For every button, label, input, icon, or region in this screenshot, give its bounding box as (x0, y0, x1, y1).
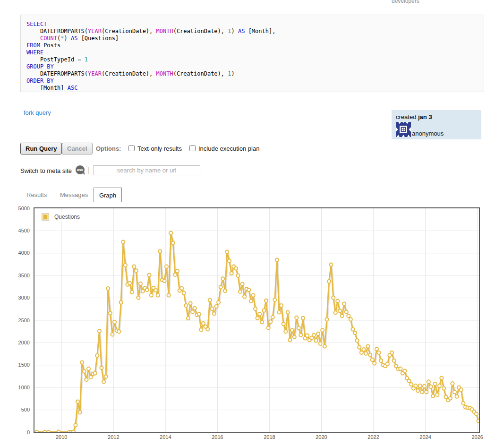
created-label: created (396, 113, 416, 120)
chart-x-axis-labels: 201020122014201620182020202220242026 (34, 434, 479, 441)
x-tick-label: 2016 (205, 434, 229, 440)
separator-pipe: | (88, 166, 90, 174)
sql-code-line: [Month] ASC (26, 85, 478, 92)
y-tick-label: 3500 (15, 273, 30, 279)
header-cutoff-text: developers (392, 0, 419, 4)
chart-legend: Questions (40, 212, 85, 222)
y-tick-label: 3000 (15, 295, 30, 301)
ask-site-icon[interactable]: ask (76, 165, 85, 174)
options-label: Options: (96, 145, 121, 152)
tabs-divider (17, 202, 487, 202)
y-tick-label: 2500 (15, 317, 30, 324)
sql-code-line: WHERE (26, 49, 478, 56)
tab-results[interactable]: Results (26, 191, 47, 198)
sql-code-line: DATEFROMPARTS(YEAR(CreationDate), MONTH(… (26, 70, 478, 77)
switch-to-meta-label: Switch to meta site (20, 167, 72, 174)
author-name: anonymous (412, 130, 444, 137)
created-line: created jan 3 (396, 113, 477, 120)
x-tick-label: 2012 (102, 434, 125, 440)
data-explorer-page: { "site_header": { "cutoff_text": "devel… (0, 0, 504, 446)
site-search-input[interactable] (93, 165, 200, 175)
questions-line-chart[interactable]: Questions (34, 207, 480, 433)
x-tick-label: 2014 (154, 434, 177, 440)
x-tick-label: 2026 (466, 434, 489, 440)
y-tick-label: 500 (15, 407, 30, 413)
y-tick-label: 4500 (15, 228, 30, 234)
user-line: anonymous (396, 122, 477, 137)
x-tick-label: 2020 (310, 434, 333, 440)
y-tick-label: 5000 (15, 206, 30, 212)
tab-graph[interactable]: Graph (94, 188, 122, 202)
y-tick-label: 2000 (15, 340, 30, 346)
sql-code-line: PostTypeId = 1 (26, 56, 478, 63)
x-tick-label: 2024 (414, 434, 437, 440)
y-tick-label: 0 (15, 429, 30, 436)
fork-query-link[interactable]: fork query (24, 109, 51, 116)
x-tick-label: 2022 (362, 434, 385, 440)
created-date: jan 3 (418, 113, 432, 120)
sql-code-line: FROM Posts (26, 42, 478, 49)
include-execution-plan-checkbox[interactable] (189, 145, 196, 151)
sql-code-line: ORDER BY (26, 77, 478, 85)
y-tick-label: 1500 (15, 362, 30, 368)
sql-editor[interactable]: SELECT DATEFROMPARTS(YEAR(CreationDate),… (20, 15, 484, 92)
sql-code-line: COUNT(*) AS [Questions] (26, 35, 478, 42)
y-tick-label: 1000 (15, 385, 30, 391)
sql-code-line: SELECT (26, 21, 478, 28)
include-execution-plan-label[interactable]: Include execution plan (198, 145, 259, 152)
anonymous-identicon-icon (396, 122, 411, 137)
text-only-results-checkbox[interactable] (128, 145, 135, 151)
text-only-results-label[interactable]: Text-only results (137, 145, 182, 152)
legend-swatch-questions (42, 214, 49, 220)
query-info-box: created jan 3 anonymous (392, 110, 481, 139)
sql-code-line: DATEFROMPARTS(YEAR(CreationDate), MONTH(… (26, 28, 478, 35)
x-tick-label: 2010 (50, 434, 73, 440)
x-tick-label: 2018 (258, 434, 282, 440)
sql-code-line: GROUP BY (26, 63, 478, 70)
run-query-button[interactable]: Run Query (20, 143, 62, 154)
chart-y-axis-labels: 0500100015002000250030003500400045005000 (16, 208, 31, 432)
tab-messages[interactable]: Messages (60, 191, 88, 198)
y-tick-label: 4000 (15, 250, 30, 256)
legend-label-questions: Questions (54, 214, 80, 220)
cancel-button[interactable]: Cancel (62, 143, 93, 154)
